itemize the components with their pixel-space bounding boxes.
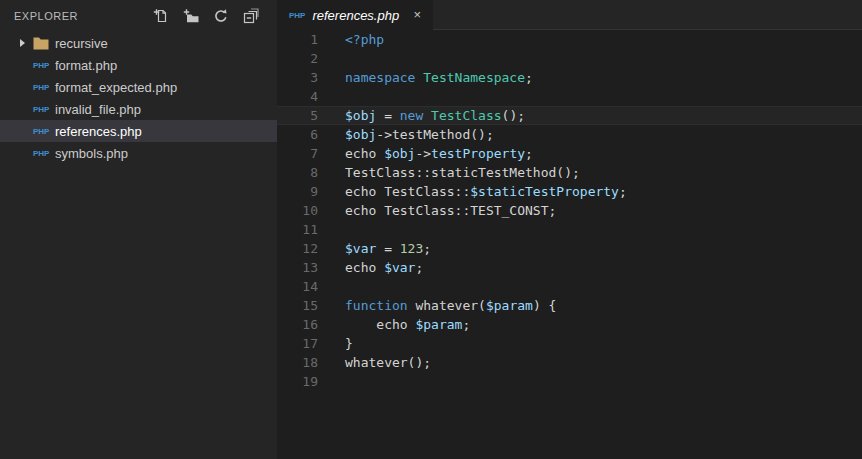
token: (); <box>502 108 525 123</box>
code-line-8[interactable]: 8TestClass::staticTestMethod(); <box>277 163 862 182</box>
code-line-14[interactable]: 14 <box>277 277 862 296</box>
token: namespace <box>345 70 415 85</box>
tab-label: references.php <box>312 8 399 23</box>
code-text: echo TestClass::$staticTestProperty; <box>318 182 627 201</box>
token: TestClass::staticTestMethod(); <box>345 165 580 180</box>
line-number: 6 <box>277 125 318 144</box>
code-line-6[interactable]: 6$obj->testMethod(); <box>277 125 862 144</box>
code-text: } <box>318 334 353 353</box>
code-text <box>318 372 345 391</box>
chevron-right-icon <box>20 39 33 47</box>
line-number: 14 <box>277 277 318 296</box>
code-line-16[interactable]: 16 echo $param; <box>277 315 862 334</box>
code-line-10[interactable]: 10echo TestClass::TEST_CONST; <box>277 201 862 220</box>
new-folder-button[interactable] <box>183 8 199 24</box>
token: echo TestClass:: <box>345 184 470 199</box>
collapse-all-icon <box>243 8 259 24</box>
file-label: references.php <box>55 124 142 139</box>
code-line-11[interactable]: 11 <box>277 220 862 239</box>
line-number: 15 <box>277 296 318 315</box>
collapse-all-button[interactable] <box>243 8 259 24</box>
token: } <box>345 336 353 351</box>
file-row-symbols-php[interactable]: PHPsymbols.php <box>0 142 277 164</box>
line-number: 12 <box>277 239 318 258</box>
file-tree: recursivePHPformat.phpPHPformat_expected… <box>0 32 277 164</box>
line-number: 10 <box>277 201 318 220</box>
explorer-sidebar: EXPLORER <box>0 0 277 459</box>
token: function <box>345 298 408 313</box>
code-text: namespace TestNamespace; <box>318 68 533 87</box>
token: = <box>376 241 399 256</box>
refresh-icon <box>213 8 229 24</box>
code-editor[interactable]: 1<?php23namespace TestNamespace;45$obj =… <box>277 30 862 459</box>
token: 123 <box>400 241 423 256</box>
line-number: 16 <box>277 315 318 334</box>
line-number: 17 <box>277 334 318 353</box>
line-number: 1 <box>277 30 318 49</box>
token: $var <box>345 241 376 256</box>
file-row-invalid-file-php[interactable]: PHPinvalid_file.php <box>0 98 277 120</box>
code-text: <?php <box>318 30 384 49</box>
token: echo <box>345 146 384 161</box>
tab-references-php[interactable]: PHP references.php × <box>277 0 433 30</box>
code-line-2[interactable]: 2 <box>277 49 862 68</box>
code-text: echo $obj->testProperty; <box>318 144 533 163</box>
code-line-17[interactable]: 17} <box>277 334 862 353</box>
code-line-19[interactable]: 19 <box>277 372 862 391</box>
code-line-5[interactable]: 5$obj = new TestClass(); <box>277 106 862 125</box>
token: -> <box>415 146 431 161</box>
token <box>423 108 431 123</box>
code-text: echo TestClass::TEST_CONST; <box>318 201 556 220</box>
line-number: 4 <box>277 87 318 106</box>
code-line-4[interactable]: 4 <box>277 87 862 106</box>
vscode-window: EXPLORER <box>0 0 862 459</box>
code-text: echo $var; <box>318 258 423 277</box>
line-number: 13 <box>277 258 318 277</box>
file-row-format-php[interactable]: PHPformat.php <box>0 54 277 76</box>
file-row-references-php[interactable]: PHPreferences.php <box>0 120 277 142</box>
token: whatever(); <box>345 355 431 370</box>
code-text <box>318 87 345 106</box>
code-line-13[interactable]: 13echo $var; <box>277 258 862 277</box>
line-number: 5 <box>277 106 318 125</box>
file-label: symbols.php <box>55 146 128 161</box>
code-line-1[interactable]: 1<?php <box>277 30 862 49</box>
code-text <box>318 49 345 68</box>
code-line-12[interactable]: 12$var = 123; <box>277 239 862 258</box>
token: TestClass <box>431 108 501 123</box>
folder-icon <box>33 37 49 50</box>
file-row-recursive[interactable]: recursive <box>0 32 277 54</box>
file-row-format-expected-php[interactable]: PHPformat_expected.php <box>0 76 277 98</box>
line-number: 2 <box>277 49 318 68</box>
code-line-9[interactable]: 9echo TestClass::$staticTestProperty; <box>277 182 862 201</box>
line-number: 19 <box>277 372 318 391</box>
token: $var <box>384 260 415 275</box>
token: <?php <box>345 32 384 47</box>
file-label: recursive <box>55 36 108 51</box>
php-file-icon: PHP <box>33 105 55 114</box>
token: whatever( <box>408 298 486 313</box>
token: ; <box>462 317 470 332</box>
token: $obj <box>345 108 376 123</box>
code-text <box>318 277 345 296</box>
refresh-button[interactable] <box>213 8 229 24</box>
tab-bar: PHP references.php × <box>277 0 862 30</box>
editor-group: PHP references.php × 1<?php23namespace T… <box>277 0 862 459</box>
file-label: format_expected.php <box>55 80 177 95</box>
code-line-15[interactable]: 15function whatever($param) { <box>277 296 862 315</box>
token: echo TestClass::TEST_CONST; <box>345 203 556 218</box>
code-line-3[interactable]: 3namespace TestNamespace; <box>277 68 862 87</box>
php-file-icon: PHP <box>33 149 55 158</box>
new-file-button[interactable] <box>153 8 169 24</box>
token: TestNamespace <box>423 70 525 85</box>
line-number: 3 <box>277 68 318 87</box>
token: ; <box>525 146 533 161</box>
token: ; <box>415 260 423 275</box>
new-folder-icon <box>183 8 199 24</box>
token: ; <box>423 241 431 256</box>
token: echo <box>345 317 415 332</box>
close-icon[interactable]: × <box>409 7 425 23</box>
code-line-18[interactable]: 18whatever(); <box>277 353 862 372</box>
new-file-icon <box>153 8 169 24</box>
code-line-7[interactable]: 7echo $obj->testProperty; <box>277 144 862 163</box>
